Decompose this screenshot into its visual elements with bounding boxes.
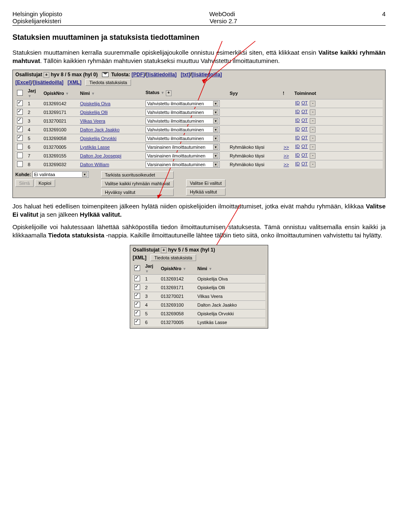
student-link[interactable]: Dalton Joe Jooseppi [80,153,121,158]
ot-link[interactable]: OT [301,126,308,131]
excel-link[interactable]: [Excel] [15,80,32,85]
txt-link[interactable]: [txt] [181,72,190,77]
col-opisknro[interactable]: OpiskNro [161,266,182,271]
id-link[interactable]: ID [295,100,300,105]
status-select[interactable]: Vahvistettu ilmoittautuminen [146,135,220,142]
id-link[interactable]: ID [295,152,300,157]
cell-warn [281,134,293,143]
select-all-checkbox-2[interactable] [134,265,140,271]
col-opisknro[interactable]: OpiskNro [44,91,64,96]
ot-link[interactable]: OT [301,152,308,157]
cell-jarj: 7 [26,151,42,160]
row-checkbox[interactable] [134,284,140,290]
row-checkbox[interactable] [17,126,23,132]
minus-icon[interactable]: - [310,109,315,115]
student-link[interactable]: Opiskelija Oiva [197,276,228,281]
id-link[interactable]: ID [295,109,300,114]
student-link[interactable]: Opiskelija Orvokki [197,311,234,316]
status-select[interactable]: Varsinainen ilmoittautuminen [146,161,220,168]
student-link[interactable]: Dalton Jack Jaakko [80,127,119,132]
minus-icon[interactable]: - [310,118,315,124]
cell-warn [281,99,293,108]
minus-icon[interactable]: - [310,101,315,106]
student-link[interactable]: Vilkas Veera [80,118,105,123]
student-link[interactable]: Dalton William [80,162,109,167]
row-checkbox[interactable] [134,293,140,299]
row-checkbox[interactable] [17,152,23,158]
siirra-button[interactable]: Siirrä [15,179,34,187]
minus-icon[interactable]: - [310,127,315,133]
expand-icon[interactable]: + [161,247,167,253]
row-checkbox[interactable] [17,161,23,167]
ot-link[interactable]: OT [301,109,308,114]
tiedota-statuksista-button[interactable]: Tiedota statuksista [85,79,131,86]
col-jarj[interactable]: Jarj [28,88,36,93]
excel-lisat-link[interactable]: [lisätiedoilla] [33,80,63,85]
student-link[interactable]: Opiskelija Olli [197,285,225,290]
ot-link[interactable]: OT [301,118,308,123]
id-link[interactable]: ID [295,161,300,166]
col-jarj[interactable]: Jarj [145,264,153,268]
row-checkbox[interactable] [17,118,23,123]
txt-lisat-link[interactable]: [lisätiedoilla] [192,72,222,77]
ot-link[interactable]: OT [301,135,308,140]
ot-link[interactable]: OT [301,144,308,149]
cell-jarj: 1 [26,99,42,108]
col-nimi[interactable]: Nimi [80,91,90,96]
table-row: 6013270005Lystikäs LasseVarsinainen ilmo… [15,143,383,151]
select-all-checkbox[interactable] [17,90,23,96]
id-link[interactable]: ID [295,126,300,131]
student-link[interactable]: Opiskelija Orvokki [80,136,116,141]
tarkista-suoritusoikeudet-button[interactable]: Tarkista suoritusoikeudet [101,171,174,179]
status-select[interactable]: Vahvistettu ilmoittautuminen [146,118,220,124]
osallistujat-label: Osallistujat [15,72,42,77]
expand-icon[interactable]: + [44,72,49,78]
student-link[interactable]: Lystikäs Lasse [197,320,227,325]
tiedota-statuksista-button-2[interactable]: Tiedota statuksista [150,254,196,261]
row-checkbox[interactable] [17,109,23,115]
row-checkbox[interactable] [134,319,140,325]
ot-link[interactable]: OT [301,100,308,105]
xml-link-2[interactable]: [XML] [133,255,146,261]
col-nimi[interactable]: Nimi [197,266,207,271]
id-link[interactable]: ID [295,135,300,140]
id-link[interactable]: ID [295,118,300,123]
row-checkbox[interactable] [17,135,23,141]
col-status[interactable]: Status [146,90,160,95]
minus-icon[interactable]: - [310,135,315,141]
minus-icon[interactable]: - [310,144,315,150]
student-link[interactable]: Opiskelija Oiva [80,101,110,106]
status-select[interactable]: Vahvistettu ilmoittautuminen [146,109,220,116]
valitse-kaikki-ryhmaan-button[interactable]: Valitse kaikki ryhmään mahtuvat [101,180,174,187]
hylkaa-valitut-button[interactable]: Hylkää valitut [186,188,226,196]
row-checkbox[interactable] [17,144,23,150]
xml-link[interactable]: [XML] [68,80,81,85]
hyvaksy-valitut-button[interactable]: Hyväksy valitut [101,189,174,196]
kohde-select[interactable]: Ei valintaa [32,171,89,178]
valitse-ei-valitut-button[interactable]: Valitse Ei valitut [186,179,226,187]
student-link[interactable]: Dalton Jack Jaakko [197,302,237,307]
status-select[interactable]: Vahvistettu ilmoittautuminen [146,100,220,107]
student-link[interactable]: Opiskelija Olli [80,110,108,115]
kopioi-button[interactable]: Kopioi [35,179,55,187]
cell-opisknro: 013269032 [42,160,78,169]
student-link[interactable]: Vilkas Veera [197,294,223,299]
row-checkbox[interactable] [134,310,140,316]
row-checkbox[interactable] [17,100,23,106]
ot-link[interactable]: OT [301,161,308,166]
minus-icon[interactable]: - [310,162,315,167]
warn-link[interactable]: >> [284,145,289,150]
minus-icon[interactable]: - [310,153,315,159]
status-select[interactable]: Varsinainen ilmoittautuminen [146,144,220,150]
warn-link[interactable]: >> [284,162,289,167]
row-checkbox[interactable] [134,302,140,307]
student-link[interactable]: Lystikäs Lasse [80,145,110,150]
pdf-link[interactable]: [PDF] [131,72,145,77]
id-link[interactable]: ID [295,144,300,149]
status-expand-icon[interactable]: + [166,90,172,96]
status-select[interactable]: Varsinainen ilmoittautuminen [146,152,220,159]
row-checkbox[interactable] [134,276,140,281]
status-select[interactable]: Vahvistettu ilmoittautuminen [146,126,220,133]
pdf-lisat-link[interactable]: [lisätiedoilla] [146,72,177,77]
warn-link[interactable]: >> [284,153,289,158]
